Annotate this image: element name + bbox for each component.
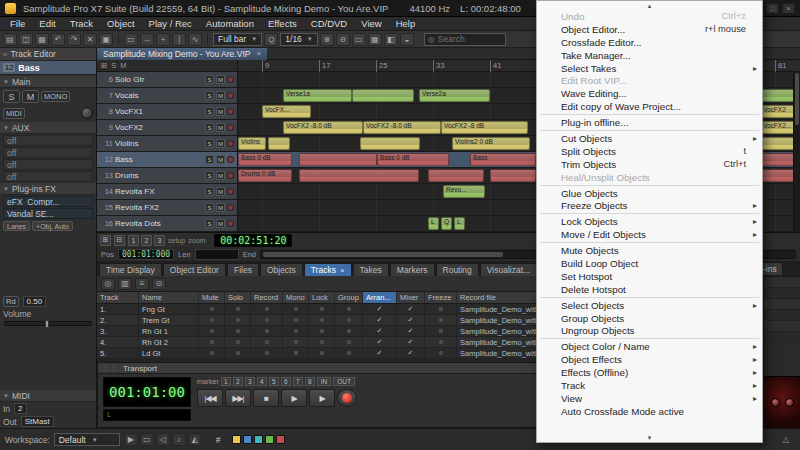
scrollbar-thumb[interactable] (795, 73, 799, 125)
audio-clip[interactable]: Violins2 0 dB (452, 137, 530, 150)
volume-slider-thumb[interactable] (45, 320, 49, 328)
menu-item-group-objects[interactable]: Group Objects (537, 312, 762, 325)
tab-tracks[interactable]: Tracks× (304, 263, 352, 276)
list-item[interactable] (764, 299, 800, 310)
list-item[interactable] (764, 288, 800, 299)
track-header[interactable]: 11ViolinsSM (97, 136, 238, 151)
cell-flag[interactable] (283, 304, 309, 314)
track-mute-button[interactable]: M (216, 139, 225, 148)
track-record-button[interactable] (227, 108, 234, 115)
setup-label[interactable]: setup (168, 237, 185, 244)
section-plugins[interactable]: ▼ Plug-ins FX (0, 183, 96, 195)
menu-item-auto-crossfade-mode-active[interactable]: Auto Crossfade Mode active (537, 405, 762, 418)
menu-item-mute-objects[interactable]: Mute Objects (537, 244, 762, 257)
menu-item-take-manager[interactable]: Take Manager... (537, 49, 762, 62)
audio-clip[interactable]: Drums 0 dB (238, 169, 292, 182)
menu-item-glue-objects[interactable]: Glue Objects (537, 187, 762, 200)
snap-icon[interactable]: ◧ (384, 33, 398, 46)
audio-clip[interactable]: L (428, 217, 439, 230)
delete-icon[interactable]: ✕ (83, 33, 97, 46)
menubar-item-file[interactable]: File (3, 18, 32, 29)
cell-flag[interactable] (309, 304, 335, 314)
mono-button[interactable]: MONO (41, 91, 70, 102)
search-icon[interactable]: ◎ (101, 278, 115, 290)
track-header[interactable]: 9VocFX2SM (97, 120, 238, 135)
menu-scroll-up-icon[interactable]: ▲ (537, 1, 762, 10)
collapse-panel-icon[interactable]: « (3, 50, 7, 59)
track-solo-button[interactable]: S (205, 187, 214, 196)
menu-item-split-objects[interactable]: Split Objectst (537, 145, 762, 158)
menu-item-trim-objects[interactable]: Trim ObjectsCtrl+t (537, 158, 762, 171)
menubar-item-track[interactable]: Track (63, 18, 100, 29)
audio-clip[interactable] (299, 169, 419, 182)
menu-scroll-down-icon[interactable]: ▼ (537, 433, 762, 442)
cell-flag[interactable] (335, 304, 363, 314)
tab-files[interactable]: Files (227, 263, 259, 276)
mouse-cursor-icon[interactable]: ▶ (124, 433, 138, 446)
marker-button[interactable]: 5 (269, 377, 279, 386)
audio-clip[interactable]: VocFX2 -8 dB (441, 121, 528, 134)
cell-flag[interactable] (199, 315, 225, 325)
menubar-item-view[interactable]: View (354, 18, 388, 29)
tab-markers[interactable]: Markers (390, 263, 435, 276)
menu-item-track[interactable]: Track▸ (537, 379, 762, 392)
goto-start-button[interactable]: |◀◀ (197, 389, 223, 407)
cell-freeze[interactable] (425, 337, 457, 347)
menu-item-freeze-objects[interactable]: Freeze Objects▸ (537, 199, 762, 212)
knob[interactable] (785, 398, 794, 407)
menu-item-object-editor[interactable]: Object Editor...r+l mouse (537, 23, 762, 36)
menu-item-object-color-name[interactable]: Object Color / Name▸ (537, 340, 762, 353)
column-mixer[interactable]: Mixer (397, 292, 425, 303)
plugins-panel-tab[interactable]: Plug-ins (764, 261, 800, 276)
aux-slot[interactable]: off (3, 147, 93, 158)
cell-flag[interactable] (225, 326, 251, 336)
object-mode-icon[interactable]: ▭ (140, 433, 154, 446)
cell-freeze[interactable] (425, 304, 457, 314)
track-solo-button[interactable]: S (205, 91, 214, 100)
audio-clip[interactable] (490, 169, 536, 182)
track-mute-button[interactable]: M (216, 91, 225, 100)
universal-mouse-mode-icon[interactable]: ▭ (124, 33, 138, 46)
solo-button[interactable]: S (3, 90, 20, 103)
track-editor-track[interactable]: 12 Bass (0, 61, 96, 75)
new-project-icon[interactable]: ▤ (3, 33, 17, 46)
search-box[interactable]: ◎ (424, 33, 506, 46)
maximize-button[interactable]: □ (766, 3, 779, 14)
cell-arranger[interactable]: ✓ (363, 304, 397, 314)
zoom-preset-button[interactable]: 2 (141, 235, 152, 246)
section-aux[interactable]: ▼ AUX (0, 122, 96, 134)
column-mute[interactable]: Mute (199, 292, 225, 303)
track-mute-button[interactable]: M (216, 203, 225, 212)
range-mode-icon[interactable]: ↔ (140, 33, 154, 46)
marker-button[interactable]: 3 (245, 377, 255, 386)
menu-item-plug-in-offline[interactable]: Plug-in offline... (537, 116, 762, 129)
zoom-label[interactable]: zoom (188, 237, 205, 244)
cell-flag[interactable] (335, 326, 363, 336)
cell-arranger[interactable]: ✓ (363, 326, 397, 336)
menu-item-undo[interactable]: UndoCtrl+z (537, 10, 762, 23)
track-header[interactable]: 13DrumsSM (97, 168, 238, 183)
track-solo-button[interactable]: S (205, 107, 214, 116)
menu-item-build-loop-object[interactable]: Build Loop Object (537, 257, 762, 270)
track-record-button[interactable] (227, 124, 234, 131)
zoom-preset-button[interactable]: 3 (154, 235, 165, 246)
cell-mixer[interactable]: ✓ (397, 337, 425, 347)
close-icon[interactable]: × (256, 49, 261, 58)
marker-button[interactable]: 8 (305, 377, 315, 386)
cell-freeze[interactable] (425, 348, 457, 358)
track-header[interactable]: 14Revolta FXSM (97, 184, 238, 199)
track-solo-button[interactable]: S (205, 75, 214, 84)
goto-end-button[interactable]: ▶▶| (225, 389, 251, 407)
menu-item-edit-root-vip[interactable]: Edit Root VIP... (537, 74, 762, 87)
menu-item-crossfade-editor[interactable]: Crossfade Editor... (537, 36, 762, 49)
gear-icon[interactable]: ⊙ (152, 278, 166, 290)
audio-clip[interactable]: Verse1a (283, 89, 352, 102)
zoom-out-icon[interactable]: ⊖ (336, 33, 350, 46)
menu-item-edit-copy-of-wave-project[interactable]: Edit copy of Wave Project... (537, 100, 762, 113)
curve-mode-icon[interactable]: ∿ (188, 33, 202, 46)
plugin-slot[interactable]: Vandal SE... (3, 208, 93, 219)
section-main[interactable]: ▼ Main (0, 76, 96, 88)
menu-item-move-edit-objects[interactable]: Move / Edit Objects▸ (537, 228, 762, 241)
quantize-select[interactable]: 1/16 ▼ (280, 33, 318, 46)
track-record-button[interactable] (227, 92, 234, 99)
